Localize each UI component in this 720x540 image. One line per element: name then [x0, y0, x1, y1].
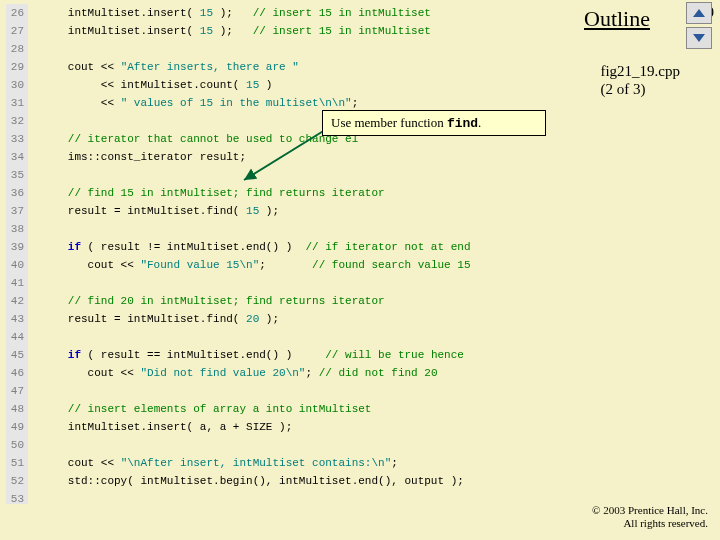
- code-line: [48, 220, 608, 238]
- code-line: [48, 40, 608, 58]
- callout-box: Use member function find.: [322, 110, 546, 136]
- figure-filename: fig21_19.cpp: [600, 63, 680, 79]
- copyright-line-1: © 2003 Prentice Hall, Inc.: [592, 504, 708, 516]
- nav-arrows: [686, 2, 712, 52]
- figure-part: (2 of 3): [600, 81, 645, 97]
- code-line: intMultiset.insert( a, a + SIZE );: [48, 418, 608, 436]
- code-line: [48, 328, 608, 346]
- code-line: cout << "Found value 15\n"; // found sea…: [48, 256, 608, 274]
- chevron-up-icon: [692, 8, 706, 18]
- code-line: // find 20 in intMultiset; find returns …: [48, 292, 608, 310]
- code-line: [48, 490, 608, 508]
- outline-heading: Outline: [568, 6, 666, 32]
- callout-code: find: [447, 116, 478, 131]
- line-number-gutter: 26 27 28 29 30 31 32 33 34 35 36 37 38 3…: [6, 4, 28, 504]
- nav-down-button[interactable]: [686, 27, 712, 49]
- code-listing: intMultiset.insert( 15 ); // insert 15 i…: [48, 4, 608, 508]
- code-line: // find 15 in intMultiset; find returns …: [48, 184, 608, 202]
- callout-text-suffix: .: [478, 115, 481, 130]
- copyright: © 2003 Prentice Hall, Inc. All rights re…: [592, 504, 708, 530]
- code-line: // insert elements of array a into intMu…: [48, 400, 608, 418]
- code-line: cout << "\nAfter insert, intMultiset con…: [48, 454, 608, 472]
- code-line: result = intMultiset.find( 15 );: [48, 202, 608, 220]
- code-line: std::copy( intMultiset.begin(), intMulti…: [48, 472, 608, 490]
- svg-marker-1: [693, 34, 705, 42]
- code-line: [48, 436, 608, 454]
- code-line: [48, 166, 608, 184]
- code-line: << intMultiset.count( 15 ): [48, 76, 608, 94]
- slide: 26 27 28 29 30 31 32 33 34 35 36 37 38 3…: [0, 0, 720, 540]
- code-line: result = intMultiset.find( 20 );: [48, 310, 608, 328]
- nav-up-button[interactable]: [686, 2, 712, 24]
- code-line: [48, 274, 608, 292]
- code-line: intMultiset.insert( 15 ); // insert 15 i…: [48, 22, 608, 40]
- copyright-line-2: All rights reserved.: [623, 517, 708, 529]
- code-line: [48, 382, 608, 400]
- figure-label: fig21_19.cpp (2 of 3): [600, 62, 680, 98]
- code-line: intMultiset.insert( 15 ); // insert 15 i…: [48, 4, 608, 22]
- chevron-down-icon: [692, 33, 706, 43]
- code-line: ims::const_iterator result;: [48, 148, 608, 166]
- code-line: cout << "After inserts, there are ": [48, 58, 608, 76]
- callout-text-prefix: Use member function: [331, 115, 447, 130]
- svg-marker-0: [693, 9, 705, 17]
- code-line: if ( result == intMultiset.end() ) // wi…: [48, 346, 608, 364]
- code-line: if ( result != intMultiset.end() ) // if…: [48, 238, 608, 256]
- code-line: cout << "Did not find value 20\n"; // di…: [48, 364, 608, 382]
